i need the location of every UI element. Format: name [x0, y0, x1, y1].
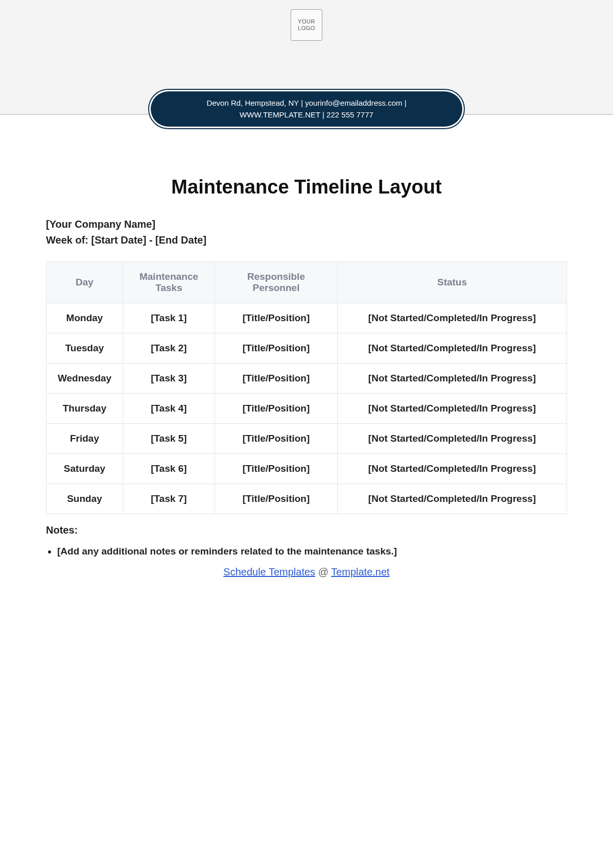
cell-day: Wednesday: [46, 364, 123, 394]
cell-day: Tuesday: [46, 333, 123, 364]
maintenance-table: Day Maintenance Tasks Responsible Person…: [46, 261, 567, 514]
col-status: Status: [338, 262, 567, 303]
cell-personnel: [Title/Position]: [215, 454, 338, 484]
cell-task: [Task 5]: [123, 424, 215, 454]
footer-at-separator: @: [315, 566, 331, 577]
cell-task: [Task 4]: [123, 394, 215, 424]
cell-day: Monday: [46, 303, 123, 333]
cell-personnel: [Title/Position]: [215, 303, 338, 333]
page-title: Maintenance Timeline Layout: [46, 176, 567, 198]
contact-line-1: Devon Rd, Hempstead, NY | yourinfo@email…: [171, 98, 442, 109]
table-row: Thursday [Task 4] [Title/Position] [Not …: [46, 394, 567, 424]
notes-list: [Add any additional notes or reminders r…: [46, 544, 567, 559]
document-body: Maintenance Timeline Layout [Your Compan…: [0, 115, 613, 598]
cell-status: [Not Started/Completed/In Progress]: [338, 394, 567, 424]
cell-personnel: [Title/Position]: [215, 484, 338, 514]
table-row: Friday [Task 5] [Title/Position] [Not St…: [46, 424, 567, 454]
table-row: Sunday [Task 7] [Title/Position] [Not St…: [46, 484, 567, 514]
cell-status: [Not Started/Completed/In Progress]: [338, 364, 567, 394]
cell-status: [Not Started/Completed/In Progress]: [338, 484, 567, 514]
table-row: Saturday [Task 6] [Title/Position] [Not …: [46, 454, 567, 484]
cell-task: [Task 3]: [123, 364, 215, 394]
table-row: Tuesday [Task 2] [Title/Position] [Not S…: [46, 333, 567, 364]
contact-pill: Devon Rd, Hempstead, NY | yourinfo@email…: [148, 89, 465, 129]
cell-personnel: [Title/Position]: [215, 364, 338, 394]
cell-task: [Task 6]: [123, 454, 215, 484]
table-row: Monday [Task 1] [Title/Position] [Not St…: [46, 303, 567, 333]
cell-status: [Not Started/Completed/In Progress]: [338, 424, 567, 454]
cell-status: [Not Started/Completed/In Progress]: [338, 333, 567, 364]
footer-attribution: Schedule Templates @ Template.net: [46, 566, 567, 578]
notes-label: Notes:: [46, 524, 567, 536]
footer-link-template-net[interactable]: Template.net: [331, 566, 390, 577]
cell-personnel: [Title/Position]: [215, 394, 338, 424]
col-personnel: Responsible Personnel: [215, 262, 338, 303]
col-day: Day: [46, 262, 123, 303]
logo-text: YOUR LOGO: [298, 18, 315, 32]
logo-placeholder: YOUR LOGO: [291, 9, 322, 41]
week-of-line: Week of: [Start Date] - [End Date]: [46, 234, 567, 246]
cell-task: [Task 1]: [123, 303, 215, 333]
footer-link-schedule-templates[interactable]: Schedule Templates: [223, 566, 315, 577]
cell-status: [Not Started/Completed/In Progress]: [338, 454, 567, 484]
cell-task: [Task 2]: [123, 333, 215, 364]
company-name-line: [Your Company Name]: [46, 219, 567, 230]
notes-item: [Add any additional notes or reminders r…: [57, 544, 567, 559]
contact-line-2: WWW.TEMPLATE.NET | 222 555 7777: [171, 109, 442, 121]
cell-day: Friday: [46, 424, 123, 454]
cell-personnel: [Title/Position]: [215, 333, 338, 364]
cell-status: [Not Started/Completed/In Progress]: [338, 303, 567, 333]
cell-day: Thursday: [46, 394, 123, 424]
table-row: Wednesday [Task 3] [Title/Position] [Not…: [46, 364, 567, 394]
col-tasks: Maintenance Tasks: [123, 262, 215, 303]
header-banner: YOUR LOGO Devon Rd, Hempstead, NY | your…: [0, 0, 613, 115]
cell-personnel: [Title/Position]: [215, 424, 338, 454]
table-header-row: Day Maintenance Tasks Responsible Person…: [46, 262, 567, 303]
cell-day: Saturday: [46, 454, 123, 484]
cell-task: [Task 7]: [123, 484, 215, 514]
cell-day: Sunday: [46, 484, 123, 514]
